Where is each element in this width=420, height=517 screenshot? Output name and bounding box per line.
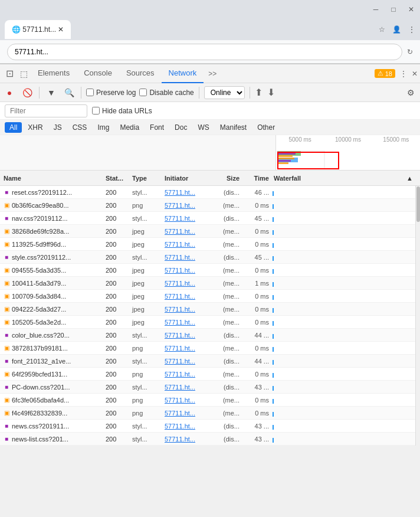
window-controls[interactable]: ─ □ ✕ (372, 5, 415, 14)
type-filter-img[interactable]: Img (93, 122, 114, 133)
cell-initiator-5[interactable]: 57711.ht... (162, 254, 212, 261)
table-row[interactable]: ▣ 094555-5da3d35... 200 jpeg 57711.ht...… (0, 264, 420, 277)
type-filter-manifest[interactable]: Manifest (215, 122, 251, 133)
bookmark-icon[interactable]: ☆ (379, 25, 385, 34)
cell-initiator-4[interactable]: 57711.ht... (162, 241, 212, 248)
table-row[interactable]: ■ nav.css?2019112... 200 styl... 57711.h… (0, 212, 420, 225)
column-time[interactable]: Time (242, 175, 271, 182)
tab-bar-actions[interactable]: ☆ 👤 ⋮ (379, 25, 415, 34)
preserve-log-label[interactable]: Preserve log (86, 89, 136, 97)
browser-tab[interactable]: 🌐 57711.ht... ✕ (5, 20, 71, 39)
devtools-close-icon[interactable]: ✕ (412, 70, 418, 78)
type-filter-doc[interactable]: Doc (170, 122, 192, 133)
hide-data-urls-label[interactable]: Hide data URLs (92, 107, 152, 115)
column-initiator[interactable]: Initiator (162, 175, 212, 182)
type-filter-media[interactable]: Media (115, 122, 144, 133)
column-name[interactable]: Name (0, 175, 103, 182)
address-input[interactable] (7, 44, 402, 60)
type-filter-font[interactable]: Font (145, 122, 169, 133)
cell-initiator-9[interactable]: 57711.ht... (162, 306, 212, 313)
clear-button[interactable]: 🚫 (20, 86, 34, 100)
cell-initiator-11[interactable]: 57711.ht... (162, 332, 212, 339)
table-row[interactable]: ■ style.css?2019112... 200 styl... 57711… (0, 251, 420, 264)
cell-initiator-2[interactable]: 57711.ht... (162, 215, 212, 222)
hide-data-urls-checkbox[interactable] (92, 107, 100, 114)
scrollbar-thumb[interactable] (416, 186, 420, 222)
table-row[interactable]: ▣ 38268de69fc928a... 200 jpeg 57711.ht..… (0, 225, 420, 238)
table-row[interactable]: ▣ 0b36f6cac99ea80... 200 png 57711.ht...… (0, 199, 420, 212)
throttle-select[interactable]: Online (204, 86, 245, 99)
disable-cache-checkbox[interactable] (139, 89, 147, 96)
tab-elements[interactable]: Elements (31, 64, 77, 83)
cell-initiator-19[interactable]: 57711.ht... (162, 436, 212, 443)
table-row[interactable]: ▣ 6fc3fe065dbafa4d... 200 png 57711.ht..… (0, 394, 420, 407)
settings-button[interactable]: ⚙ (403, 86, 418, 100)
cell-name-10: ▣ 105205-5da3e2d... (0, 318, 103, 326)
table-row[interactable]: ■ reset.css?2019112... 200 styl... 57711… (0, 186, 420, 199)
upload-icon[interactable]: ⬆ (255, 87, 262, 98)
table-row[interactable]: ▣ f4c49f628332839... 200 png 57711.ht...… (0, 407, 420, 420)
table-row[interactable]: ■ font_210132_a1ve... 200 styl... 57711.… (0, 355, 420, 368)
table-row[interactable]: ▣ 100411-5da3d79... 200 jpeg 57711.ht...… (0, 277, 420, 290)
table-row[interactable]: ■ color_blue.css?20... 200 styl... 57711… (0, 329, 420, 342)
tab-sources[interactable]: Sources (119, 64, 162, 83)
filter-button[interactable]: ▼ (44, 86, 58, 100)
refresh-icon[interactable]: ↻ (407, 48, 413, 56)
table-row[interactable]: ▣ 100709-5da3d84... 200 jpeg 57711.ht...… (0, 290, 420, 303)
cell-initiator-17[interactable]: 57711.ht... (162, 410, 212, 417)
type-filter-other[interactable]: Other (252, 122, 280, 133)
cell-initiator-10[interactable]: 57711.ht... (162, 319, 212, 326)
cell-initiator-3[interactable]: 57711.ht... (162, 228, 212, 235)
type-filter-all[interactable]: All (5, 122, 22, 133)
search-button[interactable]: 🔍 (62, 86, 76, 100)
download-icon[interactable]: ⬇ (267, 87, 275, 98)
profile-icon[interactable]: 👤 (392, 25, 401, 34)
tab-more[interactable]: >> (204, 70, 221, 78)
cell-initiator-12[interactable]: 57711.ht... (162, 345, 212, 352)
devtools-toggle-button[interactable]: ⊡ (2, 67, 17, 81)
cell-initiator-8[interactable]: 57711.ht... (162, 293, 212, 300)
table-row[interactable]: ▣ 113925-5d9ff96d... 200 jpeg 57711.ht..… (0, 238, 420, 251)
cell-initiator-0[interactable]: 57711.ht... (162, 189, 212, 196)
cell-initiator-6[interactable]: 57711.ht... (162, 267, 212, 274)
cell-initiator-18[interactable]: 57711.ht... (162, 423, 212, 430)
cell-initiator-7[interactable]: 57711.ht... (162, 280, 212, 287)
warning-badge[interactable]: ⚠ 18 (375, 69, 395, 78)
table-row[interactable]: ■ news.css?201911... 200 styl... 57711.h… (0, 420, 420, 433)
tab-console[interactable]: Console (77, 64, 119, 83)
cell-initiator-1[interactable]: 57711.ht... (162, 202, 212, 209)
maximize-button[interactable]: □ (389, 5, 398, 14)
column-waterfall[interactable]: Waterfall ▲ (271, 175, 420, 182)
tab-close-icon[interactable]: ✕ (58, 25, 64, 34)
scrollbar-track[interactable] (415, 186, 420, 446)
column-status[interactable]: Stat... (103, 175, 130, 182)
column-type[interactable]: Type (130, 175, 162, 182)
timeline-chart[interactable]: 5000 ms 10000 ms 15000 ms (276, 135, 420, 170)
cell-initiator-16[interactable]: 57711.ht... (162, 397, 212, 404)
table-row[interactable]: ■ news-list.css?201... 200 styl... 57711… (0, 433, 420, 446)
inspect-element-button[interactable]: ⬚ (17, 67, 31, 81)
cell-initiator-13[interactable]: 57711.ht... (162, 358, 212, 365)
upload-download-controls[interactable]: ⬆ ⬇ (255, 87, 275, 98)
minimize-button[interactable]: ─ (372, 5, 380, 14)
table-row[interactable]: ▣ 64f2959bcfed131... 200 png 57711.ht...… (0, 368, 420, 381)
column-size[interactable]: Size (212, 175, 242, 182)
type-filter-js[interactable]: JS (49, 122, 67, 133)
type-filter-xhr[interactable]: XHR (23, 122, 47, 133)
table-row[interactable]: ▣ 094222-5da3d27... 200 jpeg 57711.ht...… (0, 303, 420, 316)
filter-input[interactable] (5, 104, 87, 117)
cell-initiator-15[interactable]: 57711.ht... (162, 384, 212, 391)
close-button[interactable]: ✕ (407, 5, 415, 14)
type-filter-ws[interactable]: WS (193, 122, 214, 133)
table-row[interactable]: ▣ 105205-5da3e2d... 200 jpeg 57711.ht...… (0, 316, 420, 329)
table-row[interactable]: ■ PC-down.css?201... 200 styl... 57711.h… (0, 381, 420, 394)
preserve-log-checkbox[interactable] (86, 89, 94, 96)
disable-cache-label[interactable]: Disable cache (139, 89, 193, 97)
record-button[interactable]: ● (2, 86, 17, 100)
menu-icon[interactable]: ⋮ (408, 25, 415, 34)
cell-initiator-14[interactable]: 57711.ht... (162, 371, 212, 378)
type-filter-css[interactable]: CSS (68, 122, 92, 133)
devtools-more-icon[interactable]: ⋮ (400, 70, 407, 78)
tab-network[interactable]: Network (162, 64, 204, 83)
table-row[interactable]: ▣ 38728137b99181... 200 png 57711.ht... … (0, 342, 420, 355)
